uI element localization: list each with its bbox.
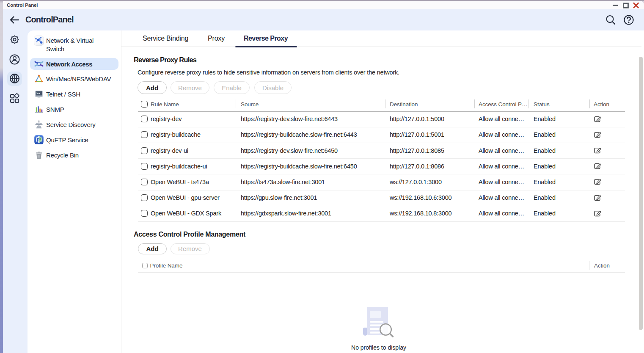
svg-text:>: > (36, 92, 38, 95)
